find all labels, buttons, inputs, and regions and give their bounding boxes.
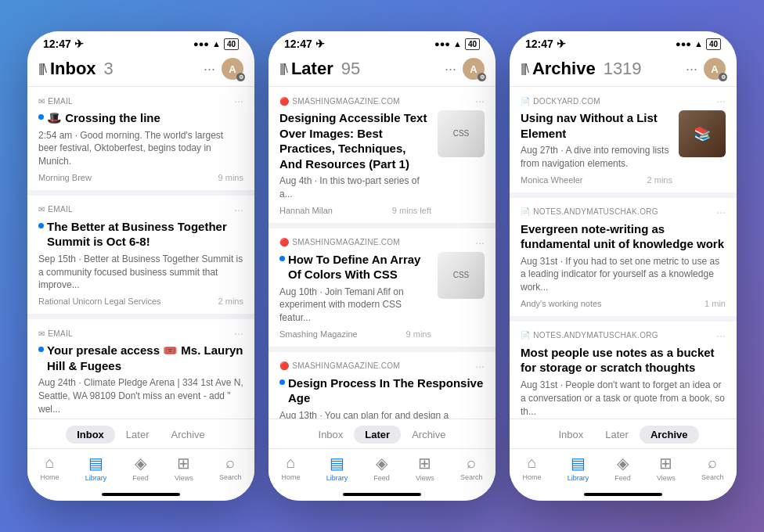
nav-item-home[interactable]: ⌂ Home xyxy=(41,454,59,482)
email-item[interactable]: ✉ EMAIL ··· The Better at Business Toget… xyxy=(27,196,254,314)
item-content: Using nav Without a List Element Aug 27t… xyxy=(521,110,726,185)
email-more-button[interactable]: ··· xyxy=(234,95,243,107)
library-icon: ▤ xyxy=(571,454,586,473)
tab-archive[interactable]: Archive xyxy=(401,426,456,444)
header-bar: |||\ Inbox 3 ··· A ⚙ xyxy=(27,53,254,87)
status-icons: ●●● ▲ 40 xyxy=(434,38,480,50)
nav-label: Feed xyxy=(373,474,390,482)
email-item[interactable]: 📄 NOTES.ANDYMATUSCHAK.ORG ··· Evergreen … xyxy=(510,198,737,316)
nav-item-library[interactable]: ▤ Library xyxy=(326,454,348,482)
nav-item-search[interactable]: ⌕ Search xyxy=(460,454,483,482)
email-source: ✉ EMAIL xyxy=(38,205,73,214)
views-icon: ⊞ xyxy=(177,454,190,473)
status-icons: ●●● ▲ 40 xyxy=(193,38,239,50)
email-list[interactable]: ✉ EMAIL ··· 🎩 Crossing the line 2:54 am … xyxy=(27,87,254,419)
nav-item-feed[interactable]: ◈ Feed xyxy=(132,454,149,482)
avatar-button[interactable]: A ⚙ xyxy=(704,58,726,80)
unread-dot xyxy=(38,114,44,120)
email-item[interactable]: ✉ EMAIL ··· Your presale access 🎟️ Ms. L… xyxy=(27,319,254,419)
item-content: Design Process In The Responsive Age Aug… xyxy=(279,376,485,419)
email-preview: Aug 31st · If you had to set one metric … xyxy=(521,255,726,294)
tab-later[interactable]: Later xyxy=(115,426,160,444)
email-item[interactable]: 📄 NOTES.ANDYMATUSCHAK.ORG ··· Most peopl… xyxy=(510,322,737,419)
item-content: How To Define An Array Of Colors With CS… xyxy=(279,252,485,339)
subject-text: Your presale access 🎟️ Ms. Lauryn Hill &… xyxy=(47,343,243,373)
tab-later[interactable]: Later xyxy=(354,426,401,444)
email-footer: Hannah Milan 9 mins left xyxy=(279,206,431,215)
email-more-button[interactable]: ··· xyxy=(475,360,485,372)
email-list[interactable]: 📄 DOCKYARD.COM ··· Using nav Without a L… xyxy=(510,87,737,419)
tab-archive[interactable]: Archive xyxy=(640,426,699,444)
nav-item-views[interactable]: ⊞ Views xyxy=(175,454,193,482)
email-item[interactable]: 🔴 SMASHINGMAGAZINE.COM ··· Design Proces… xyxy=(268,352,496,419)
email-meta: 📄 NOTES.ANDYMATUSCHAK.ORG ··· xyxy=(521,206,726,218)
more-button[interactable]: ··· xyxy=(204,61,215,77)
library-icon: ▤ xyxy=(330,454,344,473)
email-more-button[interactable]: ··· xyxy=(234,203,243,216)
email-item[interactable]: 🔴 SMASHINGMAGAZINE.COM ··· How To Define… xyxy=(268,228,496,347)
avatar-button[interactable]: A ⚙ xyxy=(463,58,485,80)
email-item[interactable]: 🔴 SMASHINGMAGAZINE.COM ··· Designing Acc… xyxy=(268,87,496,223)
nav-label: Library xyxy=(568,474,589,482)
email-more-button[interactable]: ··· xyxy=(716,95,726,107)
home-indicator xyxy=(584,493,662,496)
email-more-button[interactable]: ··· xyxy=(234,327,243,340)
item-content: 🎩 Crossing the line 2:54 am · Good morni… xyxy=(38,110,243,182)
feed-icon: ◈ xyxy=(135,454,146,473)
header-logo: |||\ Archive 1319 xyxy=(521,59,642,79)
nav-item-home[interactable]: ⌂ Home xyxy=(523,454,542,482)
email-more-button[interactable]: ··· xyxy=(475,236,485,249)
header-bar: |||\ Archive 1319 ··· A ⚙ xyxy=(510,53,737,87)
email-list[interactable]: 🔴 SMASHINGMAGAZINE.COM ··· Designing Acc… xyxy=(268,87,496,419)
email-item[interactable]: 📄 DOCKYARD.COM ··· Using nav Without a L… xyxy=(510,87,737,192)
tab-bar-outer: InboxLaterArchive ⌂ Home ▤ Library ◈ Fee… xyxy=(268,419,496,501)
nav-item-search[interactable]: ⌕ Search xyxy=(219,454,242,482)
nav-label: Views xyxy=(175,474,193,482)
email-sender: Smashing Magazine xyxy=(279,329,358,339)
email-subject: Using nav Without a List Element xyxy=(521,110,672,141)
header-title: Later xyxy=(291,59,333,79)
header-logo: |||\ Later 95 xyxy=(279,59,360,79)
nav-item-library[interactable]: ▤ Library xyxy=(568,454,589,482)
more-button[interactable]: ··· xyxy=(686,61,697,77)
email-subject: 🎩 Crossing the line xyxy=(38,110,243,126)
more-button[interactable]: ··· xyxy=(445,61,456,77)
phones-container: 12:47 ✈ ●●● ▲ 40 |||\ Inbox 3 ··· A ⚙ xyxy=(27,31,737,501)
source-type-icon: 🔴 xyxy=(279,238,289,246)
tab-inbox[interactable]: Inbox xyxy=(66,426,115,444)
nav-item-feed[interactable]: ◈ Feed xyxy=(614,454,631,482)
bottom-nav: ⌂ Home ▤ Library ◈ Feed ⊞ Views ⌕ Search xyxy=(510,448,737,488)
source-type-icon: ✉ xyxy=(38,97,45,106)
tab-archive[interactable]: Archive xyxy=(160,426,215,444)
source-type-icon: ✉ xyxy=(38,205,45,214)
email-more-button[interactable]: ··· xyxy=(716,206,726,218)
nav-item-search[interactable]: ⌕ Search xyxy=(701,454,724,482)
item-text: Evergreen note-writing as fundamental un… xyxy=(521,221,726,308)
avatar-button[interactable]: A ⚙ xyxy=(222,58,243,80)
email-time: 9 mins xyxy=(406,329,431,339)
email-more-button[interactable]: ··· xyxy=(716,329,726,342)
feed-icon: ◈ xyxy=(376,454,387,473)
email-meta: 🔴 SMASHINGMAGAZINE.COM ··· xyxy=(279,236,485,249)
nav-item-views[interactable]: ⊞ Views xyxy=(657,454,676,482)
library-icon: ▤ xyxy=(88,454,103,473)
wifi-icon: ▲ xyxy=(212,39,221,49)
source-type-icon: 📄 xyxy=(521,97,530,106)
tab-later[interactable]: Later xyxy=(594,426,640,444)
app-logo: |||\ xyxy=(521,62,528,76)
item-content: The Better at Business Together Summit i… xyxy=(38,219,243,306)
nav-item-views[interactable]: ⊞ Views xyxy=(416,454,434,482)
email-subject: How To Define An Array Of Colors With CS… xyxy=(279,252,431,282)
item-text: Design Process In The Responsive Age Aug… xyxy=(279,376,485,419)
nav-item-home[interactable]: ⌂ Home xyxy=(282,454,301,482)
item-text: Using nav Without a List Element Aug 27t… xyxy=(521,110,672,185)
tab-bar-outer: InboxLaterArchive ⌂ Home ▤ Library ◈ Fee… xyxy=(510,419,737,501)
email-more-button[interactable]: ··· xyxy=(475,95,485,107)
email-item[interactable]: ✉ EMAIL ··· 🎩 Crossing the line 2:54 am … xyxy=(27,87,254,190)
tab-inbox[interactable]: Inbox xyxy=(308,426,355,444)
nav-item-library[interactable]: ▤ Library xyxy=(85,454,107,482)
nav-item-feed[interactable]: ◈ Feed xyxy=(373,454,390,482)
item-text: Your presale access 🎟️ Ms. Lauryn Hill &… xyxy=(38,343,243,419)
tab-inbox[interactable]: Inbox xyxy=(547,426,594,444)
source-type-icon: 🔴 xyxy=(279,97,289,106)
